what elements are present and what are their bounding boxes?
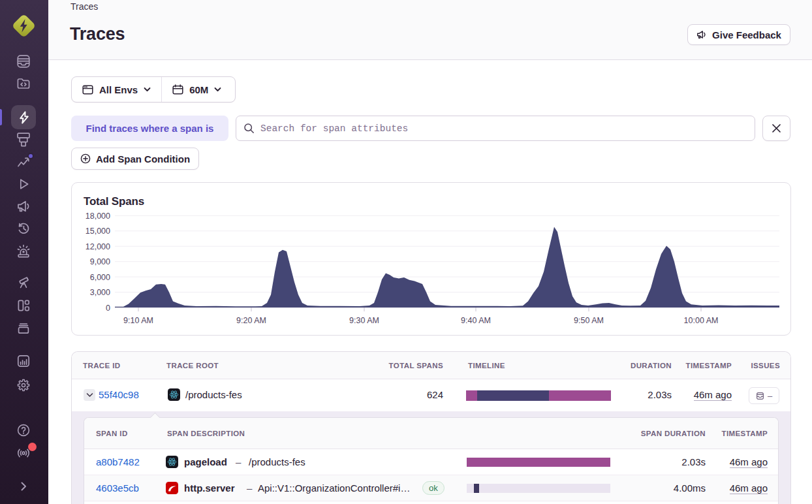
svg-text:0: 0	[106, 304, 110, 313]
svg-text:9:30 AM: 9:30 AM	[349, 316, 379, 325]
svg-text:9:20 AM: 9:20 AM	[236, 316, 266, 325]
svg-text:3,000: 3,000	[90, 288, 110, 297]
svg-text:9:40 AM: 9:40 AM	[461, 316, 491, 325]
svg-text:6,000: 6,000	[90, 273, 110, 282]
svg-text:9:50 AM: 9:50 AM	[574, 316, 604, 325]
svg-text:15,000: 15,000	[86, 227, 110, 236]
svg-text:9,000: 9,000	[90, 257, 110, 266]
svg-text:10:00 AM: 10:00 AM	[684, 316, 719, 325]
svg-text:12,000: 12,000	[86, 242, 110, 251]
svg-text:18,000: 18,000	[86, 212, 110, 221]
svg-text:9:10 AM: 9:10 AM	[123, 316, 153, 325]
